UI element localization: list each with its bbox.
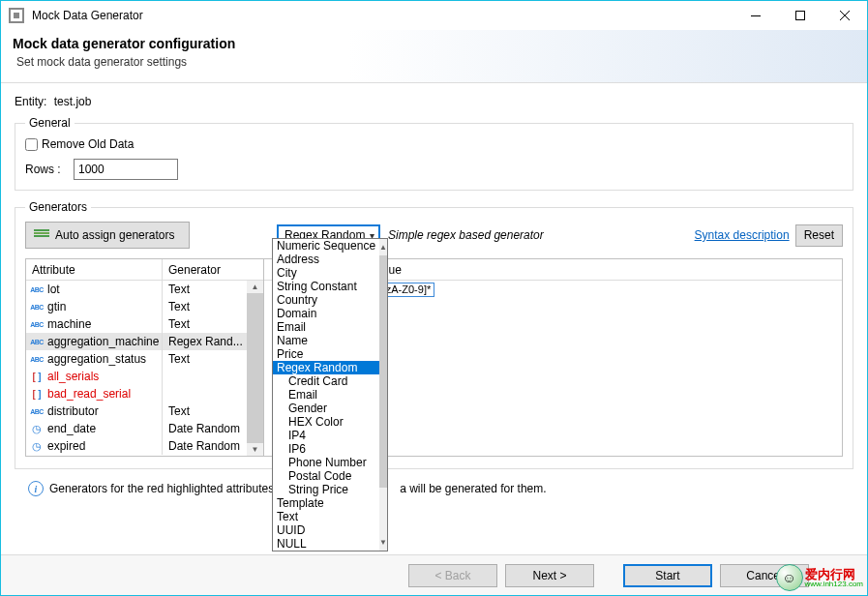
gen-header[interactable]: Generator	[163, 259, 263, 280]
attr-gen: Text	[163, 350, 247, 368]
scroll-thumb[interactable]	[379, 255, 387, 488]
attr-gen: Text	[163, 402, 247, 420]
table-row[interactable]: ◷end_dateDate Random	[26, 420, 247, 437]
entity-label: Entity:	[15, 95, 46, 108]
entity-row: Entity: test.job	[15, 91, 853, 112]
dropdown-item[interactable]: UUID	[273, 523, 379, 537]
watermark-url: www.inh123.com	[805, 581, 863, 588]
list-icon	[34, 229, 49, 241]
dropdown-scrollbar[interactable]: ▲ ▼	[379, 239, 387, 551]
attr-gen	[163, 368, 247, 385]
text-type-icon: ABC	[29, 336, 45, 347]
minimize-button[interactable]	[733, 1, 778, 30]
scroll-up-icon[interactable]: ▲	[247, 281, 263, 293]
text-type-icon: ABC	[29, 405, 45, 417]
dropdown-item[interactable]: Text	[273, 510, 379, 523]
scroll-down-icon[interactable]: ▼	[379, 534, 387, 551]
attr-gen: Text	[163, 281, 247, 298]
info-banner: i Generators for the red highlighted att…	[15, 469, 853, 496]
table-row[interactable]: []all_serials	[26, 368, 247, 385]
dropdown-item[interactable]: Price	[273, 347, 379, 361]
dropdown-item[interactable]: Email	[273, 320, 379, 334]
info-text-p2: a will be generated for them.	[400, 482, 546, 495]
date-type-icon: ◷	[29, 423, 45, 434]
svg-rect-1	[796, 12, 805, 20]
entity-value: test.job	[54, 95, 92, 108]
table-row[interactable]: ABCmachineText	[26, 315, 247, 333]
dropdown-item[interactable]: Country	[273, 293, 379, 307]
dropdown-item[interactable]: IP6	[273, 442, 379, 456]
back-button: < Back	[408, 564, 497, 587]
remove-old-checkbox[interactable]	[25, 138, 38, 151]
table-row[interactable]: ABCaggregation_machineRegex Rand...	[26, 333, 247, 350]
dropdown-item[interactable]: IP4	[273, 429, 379, 442]
attributes-table: Attribute Generator ABClotTextABCgtinTex…	[26, 259, 264, 456]
table-row[interactable]: ABCaggregation_statusText	[26, 350, 247, 368]
dropdown-item[interactable]: Name	[273, 334, 379, 347]
app-icon	[9, 8, 24, 23]
dropdown-item[interactable]: Regex Random	[273, 361, 379, 374]
dropdown-item[interactable]: Postal Code	[273, 469, 379, 483]
watermark: ☺ 爱内行网 www.inh123.com	[776, 564, 863, 591]
general-group: General Remove Old Data Rows :	[15, 116, 853, 191]
next-button[interactable]: Next >	[505, 564, 594, 587]
text-type-icon: ABC	[29, 353, 45, 365]
info-icon: i	[28, 481, 44, 496]
date-type-icon: ◷	[29, 440, 45, 452]
auto-assign-button[interactable]: Auto assign generators	[25, 222, 190, 249]
table-row[interactable]: ABClotText	[26, 281, 247, 298]
attr-name: aggregation_status	[47, 352, 146, 366]
page-header: Mock data generator configuration Set mo…	[1, 30, 867, 83]
reset-button[interactable]: Reset	[795, 224, 843, 247]
attr-name: lot	[47, 283, 60, 296]
wizard-footer: < Back Next > Start Cancel	[1, 554, 867, 595]
generators-legend: Generators	[25, 200, 91, 214]
attr-gen: Date Random	[163, 437, 247, 455]
scrollbar[interactable]: ▲ ▼	[247, 281, 263, 456]
dropdown-item[interactable]: Numeric Sequence	[273, 239, 379, 253]
table-row[interactable]: []bad_read_serial	[26, 385, 247, 402]
table-row[interactable]: ABCdistributorText	[26, 402, 247, 420]
dropdown-item[interactable]: Address	[273, 253, 379, 266]
dropdown-item[interactable]: String Price	[273, 483, 379, 496]
dropdown-item[interactable]: Domain	[273, 307, 379, 320]
dropdown-item[interactable]: NULL	[273, 537, 379, 551]
text-type-icon: ABC	[29, 318, 45, 330]
dropdown-item[interactable]: Gender	[273, 402, 379, 415]
attr-gen: Date Random	[163, 420, 247, 437]
syntax-description-link[interactable]: Syntax description	[695, 228, 790, 242]
generator-dropdown[interactable]: Numeric SequenceAddressCityString Consta…	[272, 238, 388, 551]
value-header[interactable]: Value	[367, 259, 842, 280]
dropdown-item[interactable]: Phone Number	[273, 456, 379, 469]
table-row[interactable]: ◷expiredDate Random	[26, 437, 247, 455]
attr-name: distributor	[47, 404, 99, 418]
attr-gen: Text	[163, 298, 247, 315]
maximize-button[interactable]	[778, 1, 823, 30]
attr-name: aggregation_machine	[47, 335, 159, 348]
attr-header[interactable]: Attribute	[26, 259, 163, 280]
info-text-p1: Generators for the red highlighted attri…	[49, 482, 284, 495]
dropdown-item[interactable]: String Constant	[273, 280, 379, 293]
watermark-icon: ☺	[776, 564, 803, 591]
dropdown-item[interactable]: Credit Card	[273, 374, 379, 388]
attr-name: machine	[47, 317, 91, 331]
text-type-icon: ABC	[29, 301, 45, 313]
dropdown-item[interactable]: HEX Color	[273, 415, 379, 429]
scroll-up-icon[interactable]: ▲	[379, 239, 387, 255]
array-type-icon: []	[29, 371, 45, 382]
dropdown-item[interactable]: City	[273, 266, 379, 280]
dropdown-item[interactable]: Email	[273, 388, 379, 402]
table-row[interactable]: ABCgtinText	[26, 298, 247, 315]
dropdown-item[interactable]: Template	[273, 496, 379, 510]
window-title: Mock Data Generator	[32, 9, 733, 22]
attr-gen: Text	[163, 315, 247, 333]
generator-description: Simple regex based generator	[388, 228, 544, 242]
page-title: Mock data generator configuration	[13, 36, 855, 51]
watermark-text: 爱内行网	[805, 568, 863, 581]
auto-assign-label: Auto assign generators	[55, 228, 174, 242]
rows-input[interactable]	[74, 159, 178, 180]
scroll-down-icon[interactable]: ▼	[247, 443, 263, 456]
close-button[interactable]	[823, 1, 867, 30]
start-button[interactable]: Start	[623, 564, 712, 587]
scroll-thumb[interactable]	[247, 293, 263, 443]
